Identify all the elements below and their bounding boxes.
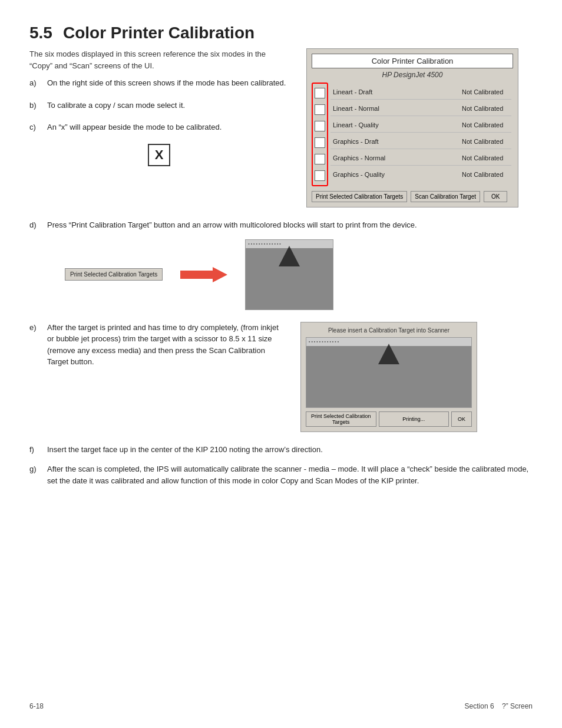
dialog-buttons: Print Selected Calibration Targets Scan … [312, 191, 513, 202]
section-title: Color Printer Calibration [63, 24, 254, 42]
mode-labels: Lineart - Draft Lineart - Normal Lineart… [328, 83, 458, 186]
scan-dialog-buttons: Print Selected Calibration Targets Print… [306, 411, 472, 427]
mode-status-4: Not Calibrated [458, 134, 511, 149]
footer-page: 6-18 [29, 702, 44, 710]
scan-print-btn[interactable]: Print Selected Calibration Targets [306, 411, 376, 427]
calibration-dialog: Color Printer Calibration HP DesignJet 4… [306, 48, 518, 207]
svg-marker-0 [180, 267, 227, 282]
arrow-overlay-icon [279, 246, 300, 266]
list-item-b: b) To calibrate a copy / scan mode selec… [29, 100, 289, 111]
scan-target-image: ▪ ▪ ▪ ▪ ▪ ▪ ▪ ▪ ▪ ▪ ▪ ▪ [306, 337, 472, 408]
list-item-a: a) On the right side of this screen show… [29, 77, 289, 89]
section-e: e) After the target is printed and has t… [29, 322, 533, 432]
text-e: After the target is printed and has time… [47, 322, 283, 368]
list-items: a) On the right side of this screen show… [29, 77, 289, 133]
dialog-subtitle: HP DesignJet 4500 [307, 71, 518, 79]
text-a: On the right side of this screen shows i… [47, 77, 289, 89]
mode-cb-row-6 [315, 168, 325, 183]
mode-status-3: Not Calibrated [458, 117, 511, 133]
dialog-ok-btn[interactable]: OK [484, 191, 507, 202]
section-g: g) After the scan is completed, the IPS … [29, 463, 533, 486]
label-b: b) [29, 100, 41, 111]
section-d: d) Press “Print Calibration Target” butt… [29, 219, 533, 310]
section-g-item: g) After the scan is completed, the IPS … [29, 463, 533, 486]
page-footer: 6-18 Section 6 ?” Screen [29, 702, 533, 710]
mode-status-6: Not Calibrated [458, 167, 511, 182]
section-number: 5.5 [29, 24, 52, 42]
section-f-item: f) Insert the target face up in the cent… [29, 444, 533, 456]
section-f: f) Insert the target face up in the cent… [29, 444, 533, 456]
text-b: To calibrate a copy / scan mode select i… [47, 100, 289, 111]
dialog-title-bar: Color Printer Calibration [312, 54, 513, 68]
list-item-c: c) An “x” will appear beside the mode to… [29, 121, 289, 133]
mode-cb-1[interactable] [315, 88, 325, 98]
text-d: Press “Print Calibration Target” button … [47, 219, 533, 231]
top-section: The six modes displayed in this screen r… [29, 48, 533, 207]
mode-label-6: Graphics - Quality [330, 167, 458, 182]
mode-cb-5[interactable] [315, 154, 325, 164]
intro-text: The six modes displayed in this screen r… [29, 48, 289, 71]
scan-calibration-btn[interactable]: Scan Calibration Target [411, 191, 480, 202]
mode-label-4: Graphics - Draft [330, 134, 458, 149]
checkbox-icon-container: X [29, 144, 289, 166]
mode-statuses: Not Calibrated Not Calibrated Not Calibr… [458, 83, 513, 186]
scan-ok-btn[interactable]: OK [451, 411, 472, 427]
arrow-right-icon [180, 266, 227, 284]
mode-label-5: Graphics - Normal [330, 150, 458, 166]
print-arrow-row: Print Selected Calibration Targets ▪ ▪ ▪… [65, 239, 533, 310]
mode-cb-row-2 [315, 102, 325, 117]
section-e-item: e) After the target is printed and has t… [29, 322, 283, 368]
dialog-modes: Lineart - Draft Lineart - Normal Lineart… [312, 83, 513, 186]
left-column: The six modes displayed in this screen r… [29, 48, 289, 207]
mode-cb-row-4 [315, 135, 325, 150]
mode-label-3: Lineart - Quality [330, 117, 458, 133]
label-e: e) [29, 322, 41, 368]
mode-cb-2[interactable] [315, 104, 325, 115]
mode-cb-row-1 [315, 85, 325, 101]
mode-label-2: Lineart - Normal [330, 101, 458, 116]
mode-cb-3[interactable] [315, 121, 325, 131]
label-g: g) [29, 463, 41, 486]
label-d: d) [29, 219, 41, 231]
section-e-content: e) After the target is printed and has t… [29, 322, 283, 432]
arrow-overlay-icon [378, 344, 399, 364]
scan-dialog-title: Please insert a Calibration Target into … [306, 327, 472, 334]
mode-cb-row-5 [315, 151, 325, 167]
scan-dialog: Please insert a Calibration Target into … [300, 322, 477, 432]
text-f: Insert the target face up in the center … [47, 444, 533, 456]
label-a: a) [29, 77, 41, 89]
text-g: After the scan is completed, the IPS wil… [47, 463, 533, 486]
mode-checkboxes [312, 83, 328, 186]
mode-cb-row-3 [315, 118, 325, 134]
calibration-target-image: ▪ ▪ ▪ ▪ ▪ ▪ ▪ ▪ ▪ ▪ ▪ ▪ ▪ [245, 239, 333, 310]
print-selected-btn[interactable]: Print Selected Calibration Targets [65, 268, 163, 281]
mode-status-2: Not Calibrated [458, 101, 511, 116]
checkbox-x-icon: X [148, 144, 170, 166]
print-calibration-btn[interactable]: Print Selected Calibration Targets [312, 191, 407, 202]
mode-cb-4[interactable] [315, 137, 325, 148]
label-f: f) [29, 444, 41, 456]
section-d-item: d) Press “Print Calibration Target” butt… [29, 219, 533, 231]
mode-label-1: Lineart - Draft [330, 84, 458, 100]
mode-status-5: Not Calibrated [458, 150, 511, 166]
scan-scanning-btn[interactable]: Printing... [379, 411, 449, 427]
label-c: c) [29, 121, 41, 133]
text-c: An “x” will appear beside the mode to be… [47, 121, 289, 133]
footer-section: Section 6 ?” Screen [465, 702, 533, 710]
mode-status-1: Not Calibrated [458, 84, 511, 100]
mode-cb-6[interactable] [315, 170, 325, 181]
page-heading: 5.5 Color Printer Calibration [29, 24, 533, 42]
